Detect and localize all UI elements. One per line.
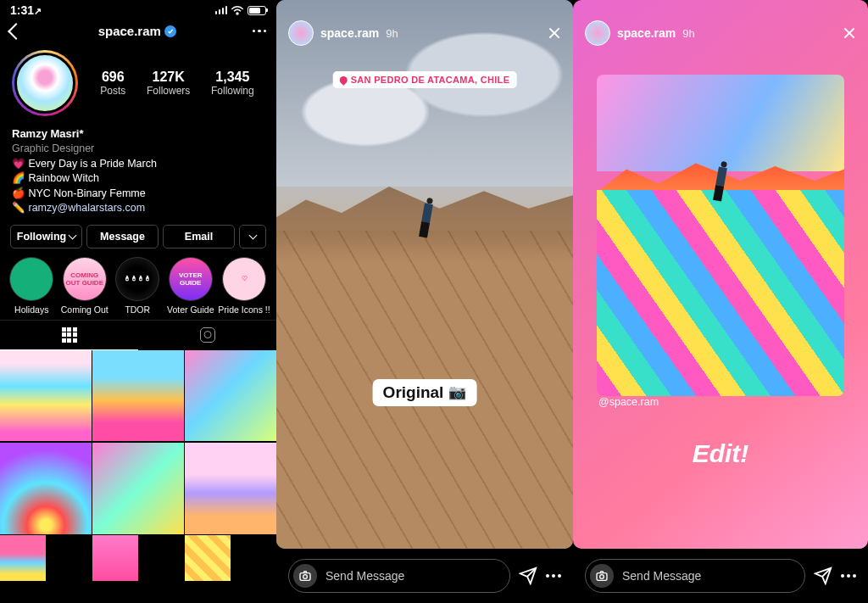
camera-button[interactable]	[293, 564, 317, 588]
post-thumbnail[interactable]	[185, 443, 276, 534]
avatar[interactable]	[12, 50, 78, 116]
story-edited: space.ram 9h @space.ram Edit! Send Messa…	[573, 0, 868, 603]
following-button[interactable]: Following	[10, 225, 82, 248]
chevron-down-icon	[248, 231, 257, 239]
story-original: space.ram 9h SAN PEDRO DE ATACAMA, CHILE…	[276, 0, 573, 603]
post-thumbnail[interactable]	[0, 350, 92, 442]
more-button[interactable]	[253, 30, 267, 33]
story-image[interactable]: space.ram 9h @space.ram Edit!	[573, 0, 868, 549]
svg-point-4	[303, 575, 308, 579]
svg-point-6	[600, 575, 604, 579]
highlight-coming-out[interactable]: COMING OUT GUIDEComing Out	[60, 257, 110, 315]
status-time: 1:31↗	[10, 3, 42, 17]
camera-button[interactable]	[590, 564, 614, 588]
profile-header: space.ram	[0, 19, 276, 43]
stat-posts[interactable]: 696Posts	[100, 70, 125, 97]
post-grid	[0, 350, 276, 603]
email-button[interactable]: Email	[163, 225, 235, 248]
location-sticker[interactable]: SAN PEDRO DE ATACAMA, CHILE	[333, 71, 517, 88]
suggestions-button[interactable]	[239, 225, 266, 248]
stat-following[interactable]: 1,345Following	[211, 70, 254, 97]
svg-point-0	[236, 13, 238, 14]
display-name: Ramzy Masri*	[12, 126, 264, 142]
close-button[interactable]	[548, 26, 561, 40]
mention[interactable]: @space.ram	[598, 396, 659, 408]
story-username[interactable]: space.ram	[617, 26, 676, 40]
story-header: space.ram 9h	[573, 0, 868, 46]
post-thumbnail[interactable]	[92, 443, 184, 534]
story-image[interactable]: space.ram 9h SAN PEDRO DE ATACAMA, CHILE…	[276, 0, 573, 549]
bio-line: 💗 Every Day is a Pride March	[12, 157, 264, 172]
signal-icon	[215, 6, 228, 14]
send-message-input[interactable]: Send Message	[288, 559, 510, 593]
more-button[interactable]	[546, 574, 561, 578]
chevron-down-icon	[69, 231, 77, 239]
grid-icon	[62, 327, 77, 343]
share-button[interactable]	[519, 567, 537, 585]
story-header: space.ram 9h	[276, 0, 573, 46]
post-thumbnail[interactable]	[92, 350, 184, 442]
pin-icon	[338, 75, 349, 86]
story-footer: Send Message	[276, 549, 573, 603]
header-username: space.ram	[98, 24, 161, 38]
story-avatar[interactable]	[288, 20, 314, 46]
post-thumbnail[interactable]	[0, 443, 92, 534]
svg-rect-3	[300, 573, 310, 581]
tab-grid[interactable]	[0, 321, 138, 350]
highlight-voter-guide[interactable]: VOTER GUIDEVoter Guide	[166, 257, 216, 315]
story-time: 9h	[682, 27, 694, 40]
story-avatar[interactable]	[585, 20, 610, 46]
bio-link[interactable]: ramzy@whalarstars.com	[28, 202, 145, 214]
close-button[interactable]	[843, 26, 856, 40]
tab-tagged[interactable]	[138, 321, 276, 350]
original-label: Original📷	[373, 379, 477, 406]
svg-rect-5	[597, 573, 607, 581]
bio-line: 🌈 Rainbow Witch	[12, 171, 264, 187]
story-username[interactable]: space.ram	[320, 26, 379, 40]
tagged-icon	[200, 327, 215, 343]
status-bar: 1:31↗	[0, 0, 276, 19]
more-button[interactable]	[841, 574, 856, 578]
verified-icon	[164, 25, 176, 37]
edit-label: Edit!	[573, 439, 868, 468]
wifi-icon	[231, 5, 244, 15]
camera-emoji: 📷	[448, 383, 466, 401]
post-thumbnail[interactable]	[0, 535, 46, 581]
post-thumbnail[interactable]	[92, 535, 138, 581]
profile-screen: 1:31↗ space.ram 696Posts 127KFollowers 1…	[0, 0, 276, 603]
highlight-pride-icons[interactable]: ♡Pride Icons !!	[219, 257, 270, 315]
post-thumbnail[interactable]	[185, 350, 276, 442]
share-button[interactable]	[814, 567, 832, 585]
send-message-input[interactable]: Send Message	[585, 559, 805, 593]
category: Graphic Designer	[12, 142, 264, 157]
post-thumbnail[interactable]	[185, 535, 231, 581]
bio: Ramzy Masri* Graphic Designer 💗 Every Da…	[0, 123, 276, 225]
stats-row: 696Posts 127KFollowers 1,345Following	[90, 70, 264, 97]
battery-icon	[248, 6, 266, 15]
highlight-holidays[interactable]: Holidays	[7, 257, 57, 315]
stat-followers[interactable]: 127KFollowers	[147, 70, 190, 97]
highlight-tdor[interactable]: 🕯🕯🕯🕯TDOR	[113, 257, 163, 315]
message-button[interactable]: Message	[86, 225, 159, 248]
highlights-row: Holidays COMING OUT GUIDEComing Out 🕯🕯🕯🕯…	[0, 257, 276, 320]
back-button[interactable]	[8, 23, 25, 40]
story-footer: Send Message	[573, 549, 868, 603]
bio-line: 🍎 NYC Non-Binary Femme	[12, 187, 264, 202]
edited-photo[interactable]	[597, 75, 844, 396]
story-time: 9h	[386, 27, 398, 40]
